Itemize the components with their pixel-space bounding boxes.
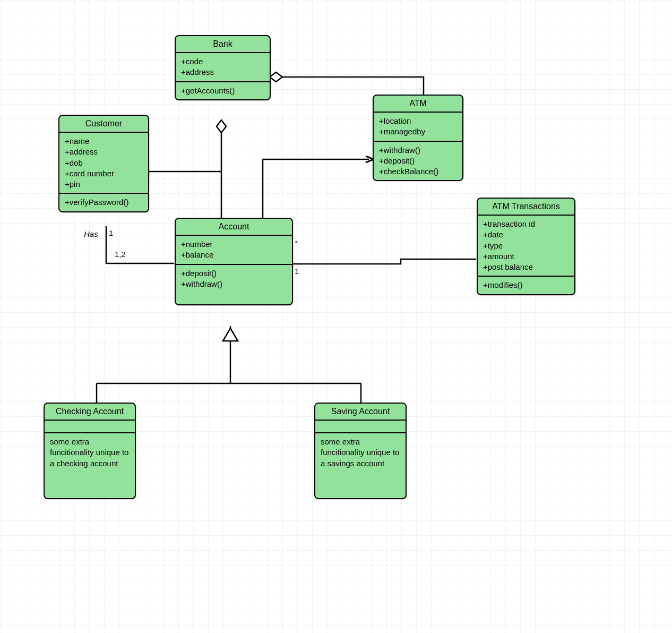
class-attrs: +name +address +dob +card number +pin — [59, 133, 148, 194]
class-bank[interactable]: Bank +code +address +getAccounts() — [175, 35, 271, 100]
class-attrs-empty — [315, 421, 406, 433]
class-ops: +modifies() — [478, 277, 574, 294]
class-title: Checking Account — [45, 404, 135, 421]
class-ops: +withdraw() +deposit() +checkBalance() — [374, 142, 462, 181]
class-title: Account — [176, 219, 292, 236]
class-checking-account[interactable]: Checking Account some extra funcitionali… — [44, 403, 136, 499]
class-customer[interactable]: Customer +name +address +dob +card numbe… — [58, 115, 149, 212]
class-saving-account[interactable]: Saving Account some extra funcitionality… — [314, 403, 407, 499]
class-note: some extra funcitionality unique to a sa… — [315, 433, 406, 498]
class-note: some extra funcitionality unique to a ch… — [45, 433, 135, 498]
class-attrs: +transaction id +date +type +amount +pos… — [478, 216, 574, 277]
class-title: Bank — [176, 36, 270, 53]
class-attrs: +code +address — [176, 53, 270, 82]
label-star: * — [295, 238, 298, 247]
class-ops: +getAccounts() — [176, 82, 270, 99]
svg-marker-0 — [270, 72, 282, 82]
label-one-two: 1,2 — [115, 250, 126, 259]
class-attrs: +location +managedby — [374, 113, 462, 142]
class-title: ATM — [374, 96, 462, 113]
label-one-b: 1 — [295, 267, 299, 276]
diagram-canvas: Bank +code +address +getAccounts() Custo… — [0, 0, 672, 633]
svg-marker-6 — [223, 328, 238, 341]
class-attrs: +number +balance — [176, 236, 292, 265]
class-ops: +deposit() +withdraw() — [176, 265, 292, 305]
class-attrs-empty — [45, 421, 135, 433]
class-atm[interactable]: ATM +location +managedby +withdraw() +de… — [373, 95, 463, 181]
label-has: Has — [84, 229, 98, 238]
svg-marker-2 — [217, 120, 226, 133]
class-title: Saving Account — [315, 404, 406, 421]
class-title: ATM Transactions — [478, 199, 574, 216]
class-ops: +verifyPassword() — [59, 194, 148, 211]
connectors-layer — [0, 0, 672, 633]
label-one: 1 — [109, 228, 113, 237]
class-account[interactable]: Account +number +balance +deposit() +wit… — [175, 218, 293, 305]
class-title: Customer — [59, 116, 148, 133]
class-atm-transactions[interactable]: ATM Transactions +transaction id +date +… — [477, 198, 575, 295]
